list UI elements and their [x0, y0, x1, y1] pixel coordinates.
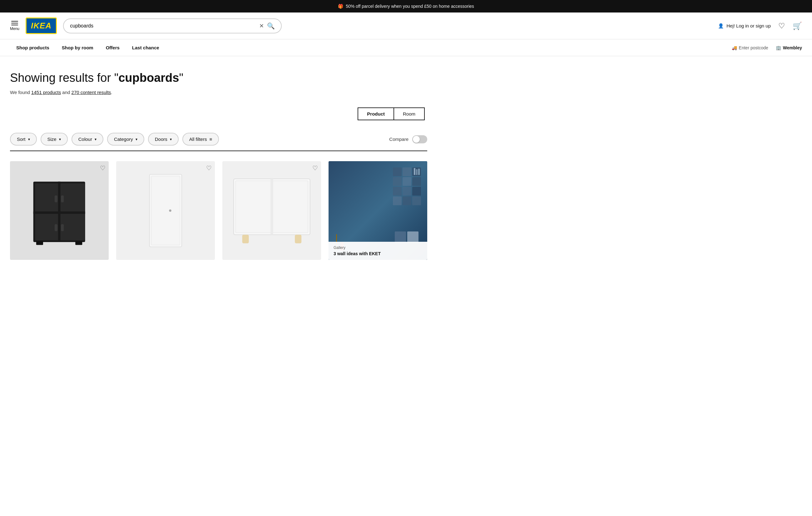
nav-links: Shop products Shop by room Offers Last c…: [10, 42, 732, 53]
tall-cupboard-svg: [148, 166, 183, 255]
login-label: Hej! Log in or sign up: [726, 23, 771, 28]
subtext-prefix: We found: [10, 90, 31, 95]
store-icon: 🏢: [776, 45, 781, 50]
header: Menu IKEA ✕ 🔍 👤 Hej! Log in or sign up ♡…: [0, 12, 812, 39]
postcode-label: Enter postcode: [739, 45, 768, 50]
svg-point-15: [169, 209, 171, 211]
search-input[interactable]: [70, 23, 256, 29]
svg-rect-8: [61, 196, 64, 202]
compare-label: Compare: [389, 137, 408, 142]
ikea-logo[interactable]: IKEA: [26, 18, 57, 34]
login-button[interactable]: 👤 Hej! Log in or sign up: [718, 23, 771, 29]
doors-label: Doors: [155, 137, 167, 142]
all-filters-button[interactable]: All filters ≡: [182, 133, 219, 146]
search-submit-button[interactable]: 🔍: [267, 22, 275, 30]
svg-rect-11: [36, 241, 43, 245]
wishlist-btn-3[interactable]: ♡: [312, 164, 318, 172]
results-heading: Showing results for "cupboards": [10, 71, 427, 85]
content-count-link[interactable]: 270 content results: [71, 90, 111, 95]
all-filters-label: All filters: [189, 137, 207, 142]
heart-icon: ♡: [778, 22, 785, 30]
product-card-1[interactable]: ♡: [10, 161, 109, 264]
size-label: Size: [48, 137, 57, 142]
colour-button[interactable]: Colour ▾: [71, 133, 104, 146]
user-icon: 👤: [718, 23, 724, 29]
svg-rect-20: [242, 235, 249, 243]
results-subtext: We found 1451 products and 270 content r…: [10, 90, 427, 95]
doors-chevron-icon: ▾: [170, 137, 172, 142]
store-label: Wembley: [783, 45, 802, 50]
svg-rect-7: [55, 196, 57, 202]
filter-bar: Sort ▾ Size ▾ Colour ▾ Category ▾ Doors …: [10, 128, 427, 151]
svg-rect-9: [55, 224, 57, 231]
search-clear-button[interactable]: ✕: [259, 23, 264, 29]
svg-rect-17: [235, 181, 271, 233]
header-actions: 👤 Hej! Log in or sign up ♡ 🛒: [718, 22, 802, 30]
sort-button[interactable]: Sort ▾: [10, 133, 37, 146]
wishlist-btn-1[interactable]: ♡: [100, 164, 106, 172]
colour-label: Colour: [78, 137, 92, 142]
svg-rect-6: [33, 212, 85, 214]
wishlist-btn-2[interactable]: ♡: [206, 164, 212, 172]
size-button[interactable]: Size ▾: [40, 133, 68, 146]
wishlist-button[interactable]: ♡: [778, 22, 785, 30]
category-label: Category: [114, 137, 133, 142]
banner-text: 50% off parcel delivery when you spend £…: [346, 4, 474, 9]
size-chevron-icon: ▾: [59, 137, 61, 142]
svg-rect-12: [76, 241, 83, 245]
menu-button[interactable]: Menu: [10, 21, 19, 31]
delivery-icon: 🚚: [732, 45, 737, 50]
svg-rect-14: [151, 176, 180, 245]
compare-switch[interactable]: [412, 135, 427, 143]
subtext-suffix: .: [111, 90, 112, 95]
svg-rect-18: [272, 181, 308, 233]
compare-toggle: Compare: [389, 135, 427, 143]
product-view-button[interactable]: Product: [357, 108, 394, 120]
nav-link-last-chance[interactable]: Last chance: [126, 42, 166, 53]
category-button[interactable]: Category ▾: [107, 133, 144, 146]
product-card-3[interactable]: ♡: [222, 161, 321, 264]
colour-chevron-icon: ▾: [95, 137, 96, 142]
banner-icon: 🎁: [338, 4, 343, 9]
heading-prefix: Showing results for ": [10, 71, 118, 84]
main-content: Showing results for "cupboards" We found…: [0, 56, 437, 274]
store-button[interactable]: 🏢 Wembley: [776, 45, 802, 50]
toggle-knob: [413, 136, 420, 143]
product-grid: ♡ ♡: [10, 161, 427, 264]
view-toggle: Product Room: [10, 108, 427, 120]
nav-link-offers[interactable]: Offers: [99, 42, 126, 53]
dark-cupboard-svg: [25, 176, 94, 245]
product-image-3: ♡: [222, 161, 321, 260]
svg-rect-10: [61, 224, 64, 231]
main-nav: Shop products Shop by room Offers Last c…: [0, 39, 812, 56]
product-image-1: ♡: [10, 161, 109, 260]
category-chevron-icon: ▾: [136, 137, 138, 142]
postcode-button[interactable]: 🚚 Enter postcode: [732, 45, 768, 50]
product-card-2[interactable]: ♡: [116, 161, 215, 264]
wide-cupboard-svg: [232, 176, 311, 245]
room-view-button[interactable]: Room: [394, 108, 425, 120]
subtext-middle: and: [61, 90, 71, 95]
nav-link-shop-products[interactable]: Shop products: [10, 42, 56, 53]
svg-rect-21: [295, 235, 301, 243]
svg-rect-2: [61, 183, 85, 211]
gallery-overlay: Gallery 3 wall ideas with EKET: [328, 242, 427, 260]
nav-link-shop-by-room[interactable]: Shop by room: [56, 42, 99, 53]
menu-label: Menu: [10, 27, 19, 31]
top-banner: 🎁 50% off parcel delivery when you spend…: [0, 0, 812, 12]
doors-button[interactable]: Doors ▾: [148, 133, 179, 146]
product-card-gallery[interactable]: Gallery 3 wall ideas with EKET: [328, 161, 427, 264]
svg-rect-19: [270, 179, 273, 235]
product-view-label: Product: [367, 111, 385, 116]
search-bar: ✕ 🔍: [63, 19, 282, 33]
gallery-image: Gallery 3 wall ideas with EKET: [328, 161, 427, 260]
cart-button[interactable]: 🛒: [793, 22, 802, 30]
nav-right: 🚚 Enter postcode 🏢 Wembley: [732, 45, 802, 50]
cart-icon: 🛒: [793, 22, 802, 30]
svg-rect-4: [61, 213, 85, 240]
heading-suffix: ": [179, 71, 183, 84]
product-image-2: ♡: [116, 161, 215, 260]
room-view-label: Room: [403, 111, 415, 116]
hamburger-icon: [11, 21, 18, 25]
products-count-link[interactable]: 1451 products: [31, 90, 61, 95]
